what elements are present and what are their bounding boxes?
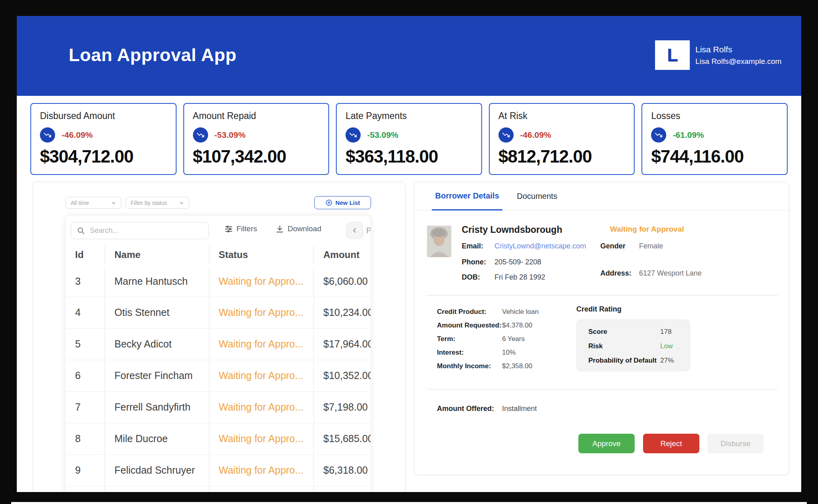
loan-table-card: Filters Download P Id Name Status [66,216,371,492]
stat-change: -61.09% [673,130,704,140]
cell-status: Waiting for Appro... [209,454,314,486]
download-button[interactable]: Download [276,224,322,233]
cell-amount: $6,318.00 [314,454,371,486]
user-chip[interactable]: L Lisa Rolfs Lisa Rolfs@example.com [655,40,782,70]
stat-card-disbursed: Disbursed Amount -46.09% $304,712.00 [30,103,177,175]
interest-label: Interest: [437,349,464,357]
plus-circle-icon [326,199,332,206]
credit-rating-title: Credit Rating [576,305,621,314]
table-toolbar: Filters Download P [66,216,371,246]
stat-change: -46.09% [520,130,551,140]
disburse-button[interactable]: Disburse [707,434,764,453]
stat-change: -53.09% [367,130,398,140]
cell-amount: $6,060.00 [314,265,371,297]
gender-label: Gender [600,242,625,250]
stat-card-repaid: Amount Repaid -53.09% $107,342.00 [183,103,330,175]
borrower-email-link[interactable]: CristyLownd@netscape.com [494,242,586,250]
cell-id: 8 [66,423,105,454]
credit-product-label: Credit Product: [437,308,486,316]
trending-down-icon [651,127,666,143]
email-label: Email: [462,242,483,250]
tab-documents[interactable]: Documents [517,182,557,210]
cell-name: Ferrell Sandyfirth [105,391,209,423]
dob-label: DOB: [462,273,480,282]
cell-id: 4 [66,297,105,328]
probability-of-default-value: 27% [660,357,674,365]
tab-borrower-details[interactable]: Borrower Details [432,182,502,210]
filters-button[interactable]: Filters [224,224,257,233]
table-row[interactable]: 4 Otis Stennet Waiting for Appro... $10,… [66,297,371,328]
column-header-amount: Amount [314,246,371,265]
cell-id: 3 [66,265,105,297]
user-name: Lisa Rolfs [695,45,782,54]
borrower-gender: Female [639,242,663,250]
approve-button[interactable]: Approve [578,434,635,453]
download-label: Download [288,224,322,233]
app-header: Loan Approval App L Lisa Rolfs Lisa Rolf… [17,16,801,96]
cell-name: Otis Stennet [105,297,209,328]
cell-status: Waiting for Appro... [209,391,314,423]
cell-id: 5 [66,328,105,360]
stat-label: Amount Repaid [193,111,320,121]
borrower-dob: Fri Feb 28 1992 [494,273,545,282]
stat-label: Losses [651,111,778,121]
filters-icon [224,225,233,233]
cell-id: 6 [66,360,105,391]
table-row[interactable]: 9 Felicdad Schruyer Waiting for Appro...… [66,454,371,486]
score-value: 178 [660,328,671,336]
search-box[interactable] [71,222,209,239]
trending-down-icon [40,127,55,143]
status-filter-select[interactable]: Filter by status [125,197,189,209]
cell-id: 10 [66,486,105,492]
cell-amount: $17,964.00 [314,328,371,360]
time-filter-value: All time [71,200,89,206]
trending-down-icon [193,127,208,143]
credit-rating-box: Score 178 Risk Low Probability of Defaul… [576,319,690,371]
search-input[interactable] [90,226,203,235]
address-label: Address: [600,269,631,278]
amount-requested-label: Amount Requested: [437,321,502,329]
trending-down-icon [498,127,514,143]
table-row[interactable]: 5 Becky Adicot Waiting for Appro... $17,… [66,328,371,360]
reject-button[interactable]: Reject [643,434,699,453]
cell-amount: $15,685.00 [314,423,371,454]
user-email: Lisa Rolfs@example.com [695,57,782,66]
borrower-phone: 205-509- 2208 [494,258,541,266]
cell-status: Waiting for Appro... [209,328,314,360]
new-list-button[interactable]: New List [314,196,371,209]
stat-label: Disbursed Amount [40,111,167,121]
time-filter-select[interactable]: All time [66,197,121,209]
table-row[interactable]: 7 Ferrell Sandyfirth Waiting for Appro..… [66,391,371,423]
cell-amount: $7,198.00 [314,391,371,423]
stat-value: $304,712.00 [40,147,167,167]
page-title: Loan Approval App [69,45,236,65]
chevron-left-icon [351,227,358,234]
trending-down-icon [345,127,361,143]
probability-of-default-label: Probability of Default [588,357,657,365]
table-row[interactable]: 6 Forester Fincham Waiting for Appro... … [66,360,371,391]
new-list-label: New List [336,199,360,206]
stat-card-late-payments: Late Payments -53.09% $363,118.00 [336,103,482,175]
column-header-id: Id [66,246,105,265]
stat-value: $107,342.00 [193,147,320,167]
pagination-prev-button[interactable] [346,222,363,239]
amount-offered-value: Installment [502,405,537,413]
loan-list-panel: All time Filter by status New List Filte… [33,182,405,492]
stats-row: Disbursed Amount -46.09% $304,712.00 Amo… [17,103,801,175]
stat-label: At Risk [498,111,625,121]
borrower-address: 6127 Wesport Lane [639,269,702,278]
score-label: Score [588,328,607,336]
stat-card-at-risk: At Risk -46.09% $812,712.00 [489,103,635,175]
stat-change: -46.09% [62,130,93,140]
stat-label: Late Payments [345,111,473,121]
details-tabbar: Borrower Details Documents [414,182,789,210]
pagination-label-clipped: P [366,226,371,235]
cell-name: Forester Fincham [105,360,209,391]
borrower-photo [427,226,451,257]
borrower-name: Cristy Lowndsborough [462,224,562,235]
search-icon [77,226,85,235]
loan-table: Id Name Status Amount 3 Marne Hantusch W… [66,246,371,492]
table-row[interactable]: 8 Mile Ducroe Waiting for Appro... $15,6… [66,423,371,454]
table-row[interactable]: 3 Marne Hantusch Waiting for Appro... $6… [66,265,371,297]
table-row[interactable]: 10 Roslyn Devanny Waiting for Appro... $… [66,486,371,492]
